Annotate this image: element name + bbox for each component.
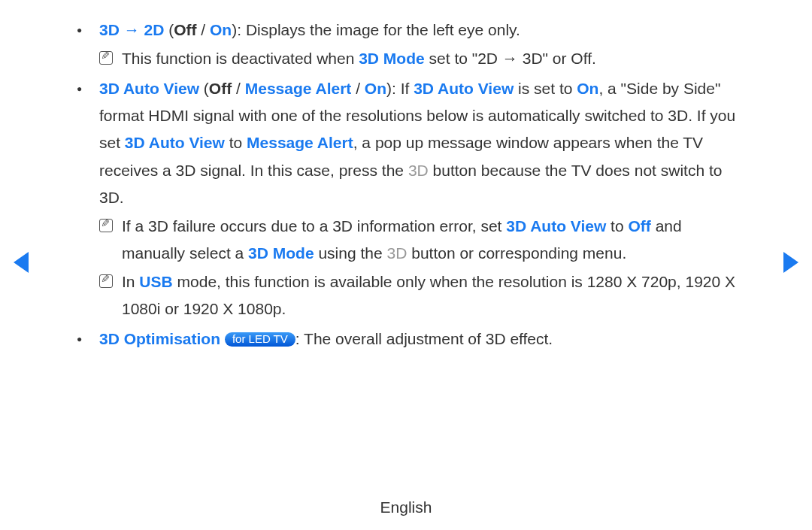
for-led-tv-badge: for LED TV [225, 332, 295, 347]
option-title: 3D Optimisation [99, 330, 220, 347]
bullet-3d-optimisation: 3D Optimisation for LED TV: The overall … [75, 326, 737, 353]
note: If a 3D failure occurs due to a 3D infor… [99, 213, 737, 267]
page-language-footer: English [0, 498, 812, 516]
option-title: 3D → 2D [99, 21, 164, 38]
next-page-arrow[interactable] [783, 252, 798, 273]
prev-page-arrow[interactable] [14, 252, 29, 273]
bullet-3d-to-2d: 3D → 2D (Off / On): Displays the image f… [75, 17, 737, 72]
note: This function is deactivated when 3D Mod… [99, 45, 737, 72]
bullet-3d-auto-view: 3D Auto View (Off / Message Alert / On):… [75, 75, 737, 323]
document-body: 3D → 2D (Off / On): Displays the image f… [75, 17, 737, 356]
note: In USB mode, this function is available … [99, 268, 737, 323]
